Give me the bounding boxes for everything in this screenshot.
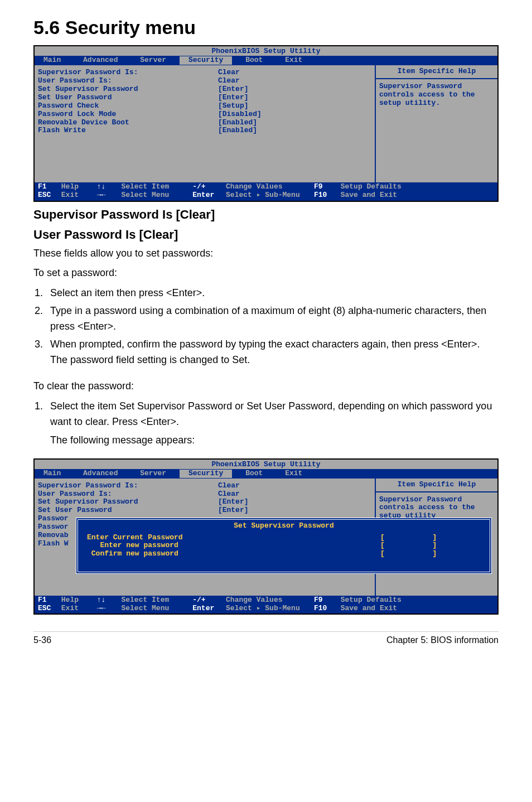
bios-tab-bar-2: Main Advanced Server Security Boot Exit [35, 469, 497, 479]
bios-row-flash[interactable]: Flash Write[Enabled] [38, 127, 371, 135]
step-2: Type in a password using a combination o… [46, 303, 499, 335]
subheading-user: User Password Is [Clear] [33, 228, 499, 242]
bios-row-set-supervisor[interactable]: Set Supervisor Password[Enter] [38, 85, 371, 94]
bios-title: PhoenixBIOS Setup Utility [35, 46, 497, 56]
arrow-updown-icon: ↑↓ [97, 183, 117, 191]
intro-text-2: To set a password: [33, 266, 499, 280]
tab-server[interactable]: Server [131, 56, 175, 65]
subheading-supervisor: Supervisor Password Is [Clear] [33, 207, 499, 222]
page-heading: 5.6 Security menu [33, 17, 499, 38]
tab-advanced[interactable]: Advanced [74, 56, 127, 65]
bios-row-check[interactable]: Password Check[Setup] [38, 102, 371, 110]
tab-exit[interactable]: Exit [276, 56, 311, 65]
arrow-leftright-icon: →← [97, 191, 117, 200]
help-title: Item Specific Help [379, 67, 494, 77]
bios-left-panel: Supervisor Password Is:Clear User Passwo… [35, 65, 375, 182]
page-number: 5-36 [33, 635, 51, 645]
bios-row-set-user[interactable]: Set User Password[Enter] [38, 94, 371, 102]
bios-help-panel: Item Specific Help Supervisor Password c… [375, 65, 497, 182]
tab-boot[interactable]: Boot [236, 56, 272, 65]
intro-text-1: These fields allow you to set passwords: [33, 247, 499, 260]
bios-footer-2: F1 Help ↑↓ Select Item -/+ Change Values… [35, 596, 497, 614]
clear-password-steps: Select the item Set Supervisor Password … [33, 399, 499, 447]
popup-new-password[interactable]: Enter new password[ ] [87, 542, 481, 550]
tab-main[interactable]: Main [35, 56, 70, 65]
password-popup: Set Supervisor Password Enter Current Pa… [76, 518, 492, 574]
bios-screenshot-2: PhoenixBIOS Setup Utility Main Advanced … [33, 458, 499, 615]
popup-confirm-password[interactable]: Confirm new password[ ] [87, 550, 481, 558]
bios-row-removable[interactable]: Removable Device Boot[Enabled] [38, 119, 371, 127]
popup-current-password[interactable]: Enter Current Password[ ] [87, 534, 481, 542]
help-text: Supervisor Password controls access to t… [379, 83, 494, 108]
tab-security[interactable]: Security [180, 56, 232, 65]
bios-tab-bar: Main Advanced Server Security Boot Exit [35, 56, 497, 65]
message-appears: The following message appears: [50, 433, 499, 447]
bios-row-supervisor[interactable]: Supervisor Password Is:Clear [38, 69, 371, 77]
bios-screenshot-1: PhoenixBIOS Setup Utility Main Advanced … [33, 45, 499, 202]
bios-title-2: PhoenixBIOS Setup Utility [35, 460, 497, 469]
step-1: Select an item then press <Enter>. [46, 286, 499, 301]
bios-row-lock[interactable]: Password Lock Mode[Disabled] [38, 110, 371, 119]
clear-step-1: Select the item Set Supervisor Password … [46, 399, 499, 447]
set-password-steps: Select an item then press <Enter>. Type … [33, 286, 499, 368]
bios-footer: F1 Help ↑↓ Select Item -/+ Change Values… [35, 182, 497, 201]
step-3: When prompted, confirm the password by t… [46, 337, 499, 368]
bios-row-user[interactable]: User Password Is:Clear [38, 77, 371, 85]
popup-title: Set Supervisor Password [87, 522, 481, 530]
page-footer: 5-36 Chapter 5: BIOS information [33, 631, 499, 645]
intro-text-3: To clear the password: [33, 379, 499, 393]
chapter-label: Chapter 5: BIOS information [386, 635, 499, 645]
